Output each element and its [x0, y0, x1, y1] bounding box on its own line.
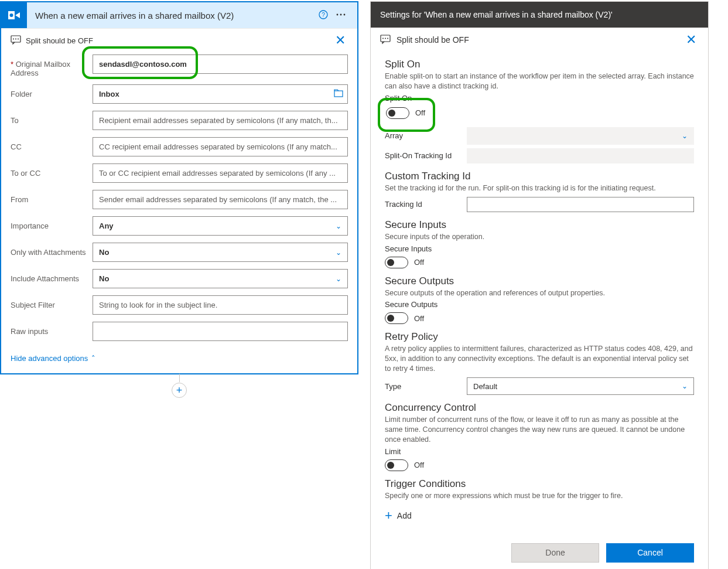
to-input[interactable]	[93, 111, 348, 130]
splitOn-toggle[interactable]	[386, 107, 409, 119]
secure-out-sublabel: Secure Outputs	[385, 300, 694, 309]
folder-picker-icon[interactable]	[334, 89, 343, 99]
close-icon[interactable]: ✕	[333, 33, 348, 48]
type-label: Type	[385, 382, 467, 391]
comment-icon	[380, 34, 391, 46]
folder-label: Folder	[11, 84, 93, 98]
split-tracking-label: Split-On Tracking Id	[385, 151, 467, 160]
svg-point-5	[340, 13, 342, 15]
subject-input[interactable]	[93, 295, 348, 315]
trigger-cond-desc: Specify one or more expressions which mu…	[385, 491, 694, 501]
rawinputs-label: Raw inputs	[11, 322, 93, 336]
tracking-id-label: Tracking Id	[385, 200, 467, 209]
limit-toggle[interactable]	[385, 459, 408, 471]
svg-point-8	[13, 38, 14, 39]
trigger-header: When a new email arrives in a shared mai…	[1, 2, 357, 28]
array-label: Array	[385, 131, 467, 140]
svg-point-1	[10, 13, 13, 17]
split-banner-text: Split should be OFF	[391, 35, 683, 45]
inclatt-label: Include Attachments	[11, 269, 93, 283]
secure-in-title: Secure Inputs	[385, 219, 694, 231]
comment-icon	[11, 35, 21, 47]
split-tracking-input	[467, 148, 694, 163]
to-label: To	[11, 111, 93, 125]
split-banner: Split should be OFF ✕	[1, 29, 357, 52]
chevron-down-icon: ⌄	[336, 222, 341, 230]
hide-advanced-link[interactable]: Hide advanced options ˄	[1, 346, 357, 373]
secure-in-desc: Secure inputs of the operation.	[385, 232, 694, 242]
from-label: From	[11, 190, 93, 204]
retry-title: Retry Policy	[385, 331, 694, 343]
subject-label: Subject Filter	[11, 295, 93, 309]
svg-point-9	[15, 38, 16, 39]
importance-label: Importance	[11, 216, 93, 230]
inclatt-select[interactable]: No ⌄	[93, 269, 348, 288]
settings-panel: Settings for 'When a new email arrives i…	[370, 1, 709, 569]
from-input[interactable]	[93, 190, 348, 209]
secure-out-title: Secure Outputs	[385, 275, 694, 287]
plus-icon: +	[385, 508, 392, 523]
array-select: ⌄	[467, 127, 694, 145]
onlyatt-select[interactable]: No ⌄	[93, 243, 348, 262]
more-menu-icon[interactable]	[331, 10, 350, 21]
split-banner-text: Split should be OFF	[21, 36, 333, 45]
help-icon[interactable]: ?	[315, 10, 331, 21]
chevron-down-icon: ⌄	[336, 275, 341, 283]
splitOn-desc: Enable split-on to start an instance of …	[385, 71, 694, 91]
svg-point-6	[344, 13, 346, 15]
tracking-id-input[interactable]	[467, 197, 694, 212]
retry-type-select[interactable]: Default⌄	[467, 377, 694, 395]
limit-label: Limit	[385, 447, 694, 456]
secureOut-toggle[interactable]	[385, 312, 408, 324]
importance-select[interactable]: Any ⌄	[93, 216, 348, 236]
cc-label: CC	[11, 137, 93, 151]
done-button[interactable]: Done	[511, 543, 599, 563]
trigger-cond-title: Trigger Conditions	[385, 478, 694, 490]
svg-point-15	[387, 38, 388, 39]
mailbox-label: Original Mailbox Address	[11, 60, 70, 77]
svg-text:?: ?	[322, 12, 325, 18]
custom-tracking-desc: Set the tracking id for the run. For spl…	[385, 183, 694, 193]
svg-point-10	[18, 38, 19, 39]
secure-in-sublabel: Secure Inputs	[385, 244, 694, 253]
svg-rect-11	[334, 91, 343, 97]
custom-tracking-title: Custom Tracking Id	[385, 171, 694, 182]
secureOut-toggle-label: Off	[414, 314, 424, 323]
tocc-label: To or CC	[11, 163, 93, 178]
tocc-input[interactable]	[93, 163, 348, 183]
secureIn-toggle-label: Off	[414, 258, 424, 267]
add-step-button[interactable]: +	[172, 383, 187, 398]
concur-desc: Limit number of concurrent runs of the f…	[385, 415, 694, 445]
splitOn-sublabel: Split On	[385, 94, 694, 103]
splitOn-title: Split On	[385, 59, 694, 70]
chevron-up-icon: ˄	[91, 354, 95, 363]
trigger-card: When a new email arrives in a shared mai…	[0, 1, 358, 374]
mailbox-input[interactable]	[93, 54, 348, 74]
splitOn-toggle-label: Off	[415, 108, 425, 117]
split-banner: Split should be OFF ✕	[371, 28, 708, 52]
secure-out-desc: Secure outputs of the operation and refe…	[385, 288, 694, 298]
cancel-button[interactable]: Cancel	[606, 543, 694, 563]
outlook-icon	[1, 2, 27, 28]
rawinputs-input[interactable]	[93, 322, 348, 341]
limit-toggle-label: Off	[414, 461, 424, 469]
close-icon[interactable]: ✕	[683, 32, 699, 47]
svg-point-4	[337, 13, 339, 15]
secureIn-toggle[interactable]	[385, 257, 408, 268]
folder-select[interactable]: Inbox	[93, 84, 348, 104]
cc-input[interactable]	[93, 137, 348, 156]
concur-title: Concurrency Control	[385, 402, 694, 414]
retry-desc: A retry policy applies to intermittent f…	[385, 344, 694, 374]
svg-point-14	[385, 38, 386, 39]
chevron-down-icon: ⌄	[682, 132, 688, 140]
add-condition-button[interactable]: + Add	[385, 508, 412, 523]
onlyatt-label: Only with Attachments	[11, 243, 93, 257]
chevron-down-icon: ⌄	[336, 248, 341, 257]
trigger-title: When a new email arrives in a shared mai…	[27, 11, 315, 21]
chevron-down-icon: ⌄	[682, 382, 688, 390]
svg-point-13	[382, 38, 384, 39]
settings-title: Settings for 'When a new email arrives i…	[371, 2, 708, 28]
